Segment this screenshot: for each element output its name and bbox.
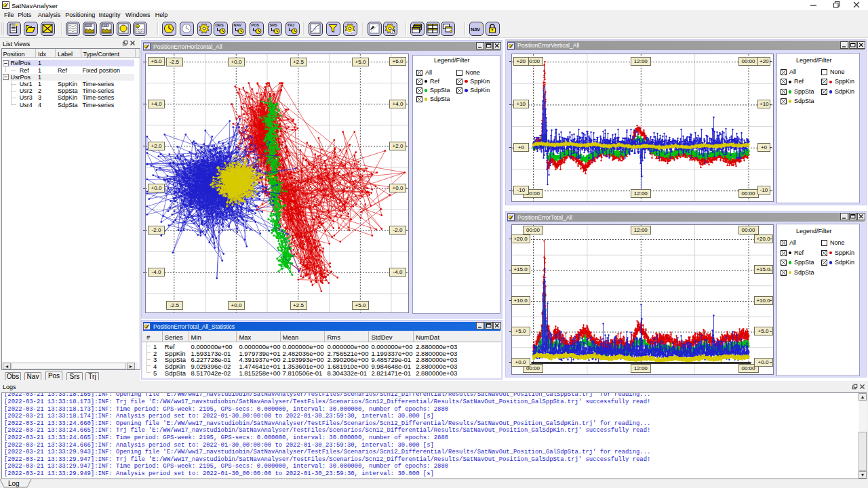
svg-text:1024: 1024 <box>85 24 91 27</box>
svg-text:Log: Log <box>8 480 20 487</box>
svg-text:OBS: OBS <box>216 23 224 27</box>
svg-text:SRS: SRS <box>269 23 277 27</box>
svg-text:ILE: ILE <box>104 24 108 27</box>
svg-text:POS: POS <box>252 23 260 27</box>
svg-text:NAV: NAV <box>471 26 480 33</box>
svg-text:NAV: NAV <box>233 23 241 27</box>
svg-text:TRJ: TRJ <box>288 23 295 27</box>
